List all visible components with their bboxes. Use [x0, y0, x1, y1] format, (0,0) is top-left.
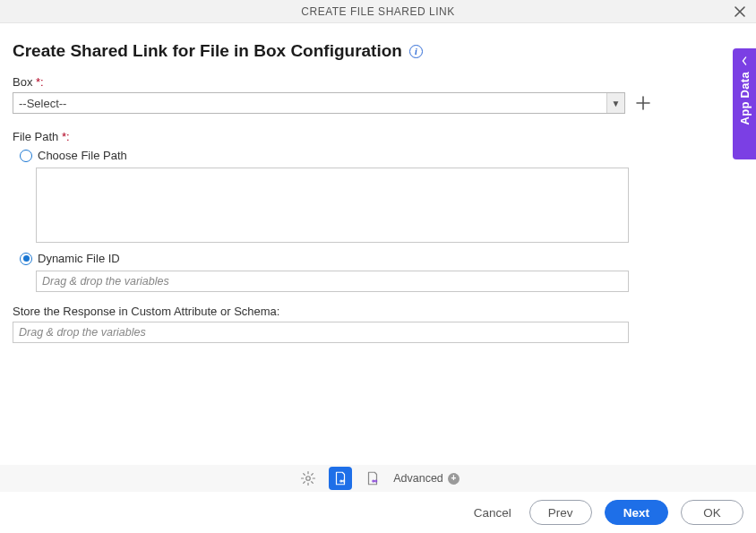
dynamic-file-id-option[interactable]: Dynamic File ID [20, 252, 743, 265]
choose-file-path-label: Choose File Path [38, 149, 127, 162]
app-data-side-tab[interactable]: App Data [733, 48, 756, 159]
radio-icon [20, 253, 32, 265]
chevron-left-icon [742, 56, 747, 68]
gear-icon [300, 470, 316, 486]
cancel-button[interactable]: Cancel [468, 501, 517, 525]
bottom-toolbar: Advanced + [0, 465, 756, 492]
plus-icon [636, 96, 650, 110]
dialog-header: CREATE FILE SHARED LINK [0, 0, 756, 23]
chevron-down-icon: ▼ [606, 93, 624, 113]
choose-file-path-area[interactable] [36, 168, 629, 243]
page-title: Create Shared Link for File in Box Confi… [13, 41, 743, 61]
form-view-button[interactable] [329, 467, 352, 490]
svg-point-1 [340, 480, 342, 482]
box-select-value: --Select-- [19, 97, 66, 110]
add-box-button[interactable] [636, 96, 650, 110]
ok-button[interactable]: OK [681, 500, 743, 525]
prev-button[interactable]: Prev [529, 500, 592, 525]
box-select[interactable]: --Select-- ▼ [13, 92, 625, 114]
info-icon[interactable]: i [409, 45, 423, 58]
link-icon [365, 470, 381, 486]
close-icon [735, 6, 745, 17]
box-required-mark: *: [36, 75, 44, 89]
store-response-placeholder: Drag & drop the variables [19, 326, 146, 339]
form-body: Create Shared Link for File in Box Confi… [0, 23, 756, 343]
filepath-label-text: File Path [13, 130, 62, 143]
form-icon [332, 470, 348, 486]
app-data-label: App Data [738, 72, 752, 125]
svg-point-0 [306, 477, 311, 481]
svg-point-4 [375, 480, 377, 482]
dynamic-file-id-placeholder: Drag & drop the variables [42, 275, 169, 288]
dialog-title: CREATE FILE SHARED LINK [301, 5, 454, 18]
filepath-required-mark: *: [62, 130, 70, 143]
filepath-field-label: File Path *: [13, 130, 743, 143]
settings-button[interactable] [296, 467, 320, 490]
next-button[interactable]: Next [605, 500, 668, 525]
dynamic-file-id-input[interactable]: Drag & drop the variables [36, 271, 629, 292]
choose-file-path-option[interactable]: Choose File Path [20, 149, 743, 162]
store-response-input[interactable]: Drag & drop the variables [13, 322, 629, 343]
radio-icon [20, 150, 32, 162]
box-label-text: Box [13, 75, 36, 89]
link-view-button[interactable] [361, 467, 384, 490]
store-response-label: Store the Response in Custom Attribute o… [13, 305, 743, 318]
page-title-text: Create Shared Link for File in Box Confi… [13, 41, 402, 61]
svg-point-2 [343, 480, 345, 482]
advanced-toggle[interactable]: Advanced + [393, 472, 460, 485]
advanced-label: Advanced [393, 472, 443, 485]
close-button[interactable] [729, 0, 751, 22]
dynamic-file-id-label: Dynamic File ID [38, 252, 120, 265]
box-field-label: Box *: [13, 75, 743, 89]
dialog-footer: Cancel Prev Next OK [0, 492, 756, 533]
plus-circle-icon: + [448, 473, 460, 485]
svg-point-3 [373, 480, 374, 482]
